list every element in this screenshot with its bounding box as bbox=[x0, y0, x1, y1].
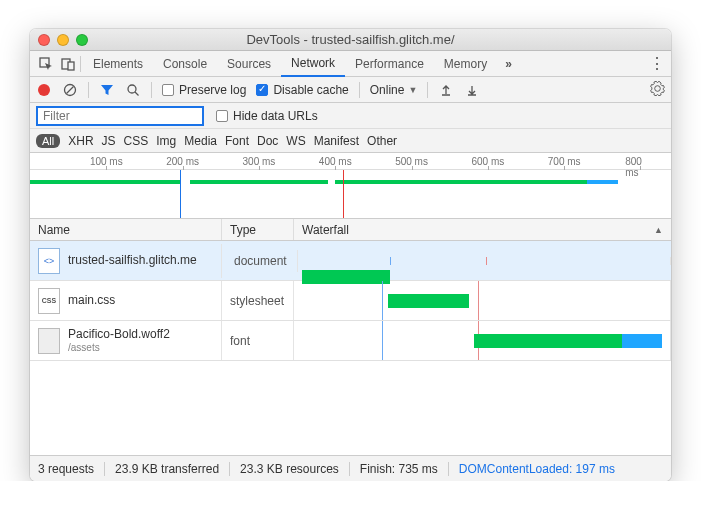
filter-type-ws[interactable]: WS bbox=[286, 134, 305, 148]
zoom-window-button[interactable] bbox=[76, 34, 88, 46]
tab-network[interactable]: Network bbox=[281, 51, 345, 77]
svg-rect-2 bbox=[68, 62, 74, 70]
filter-type-doc[interactable]: Doc bbox=[257, 134, 278, 148]
devtools-window: DevTools - trusted-sailfish.glitch.me/ E… bbox=[30, 29, 671, 481]
separator bbox=[349, 462, 350, 476]
overview-segment bbox=[587, 180, 618, 184]
upload-har-icon[interactable] bbox=[438, 82, 454, 98]
tab-elements[interactable]: Elements bbox=[83, 51, 153, 77]
disable-cache-checkbox[interactable]: Disable cache bbox=[256, 83, 348, 97]
doc-file-icon: <> bbox=[38, 248, 60, 274]
tab-performance[interactable]: Performance bbox=[345, 51, 434, 77]
filter-type-img[interactable]: Img bbox=[156, 134, 176, 148]
filter-type-js[interactable]: JS bbox=[102, 134, 116, 148]
request-type: font bbox=[222, 321, 294, 360]
timeline-ruler: 100 ms200 ms300 ms400 ms500 ms600 ms700 … bbox=[30, 153, 671, 170]
checkbox-icon bbox=[162, 84, 174, 96]
main-tabbar: ElementsConsoleSourcesNetworkPerformance… bbox=[30, 51, 671, 77]
filter-bar: Hide data URLs bbox=[30, 103, 671, 129]
column-name[interactable]: Name bbox=[30, 219, 222, 240]
separator bbox=[88, 82, 89, 98]
network-toolbar: Preserve log Disable cache Online ▼ bbox=[30, 77, 671, 103]
separator bbox=[427, 82, 428, 98]
preserve-log-checkbox[interactable]: Preserve log bbox=[162, 83, 246, 97]
hide-data-urls-checkbox[interactable]: Hide data URLs bbox=[216, 109, 318, 123]
request-path: /assets bbox=[68, 342, 170, 354]
inspect-element-icon[interactable] bbox=[36, 54, 56, 74]
separator bbox=[359, 82, 360, 98]
filter-type-css[interactable]: CSS bbox=[124, 134, 149, 148]
record-button[interactable] bbox=[36, 82, 52, 98]
request-type: document bbox=[226, 250, 298, 272]
column-waterfall[interactable]: Waterfall bbox=[294, 219, 671, 240]
throttle-select[interactable]: Online ▼ bbox=[370, 83, 418, 97]
css-file-icon: CSS bbox=[38, 288, 60, 314]
checkbox-icon bbox=[216, 110, 228, 122]
filter-type-media[interactable]: Media bbox=[184, 134, 217, 148]
table-header: Name Type Waterfall bbox=[30, 219, 671, 241]
window-controls bbox=[38, 34, 88, 46]
separator bbox=[151, 82, 152, 98]
waterfall-bar bbox=[622, 334, 662, 348]
more-menu-icon[interactable]: ⋮ bbox=[649, 54, 665, 73]
disable-cache-label: Disable cache bbox=[273, 83, 348, 97]
timeline-overview[interactable]: 100 ms200 ms300 ms400 ms500 ms600 ms700 … bbox=[30, 153, 671, 219]
status-resources: 23.3 KB resources bbox=[240, 462, 339, 476]
request-type: stylesheet bbox=[222, 281, 294, 320]
titlebar: DevTools - trusted-sailfish.glitch.me/ bbox=[30, 29, 671, 51]
tab-console[interactable]: Console bbox=[153, 51, 217, 77]
overview-segment bbox=[30, 180, 180, 184]
svg-line-6 bbox=[135, 92, 139, 96]
throttle-value: Online bbox=[370, 83, 405, 97]
table-body: <>trusted-sailfish.glitch.medocumentCSSm… bbox=[30, 241, 671, 455]
waterfall-bar bbox=[474, 334, 622, 348]
waterfall-cell bbox=[294, 281, 671, 320]
preserve-log-label: Preserve log bbox=[179, 83, 246, 97]
svg-line-4 bbox=[67, 86, 74, 93]
separator bbox=[229, 462, 230, 476]
window-title: DevTools - trusted-sailfish.glitch.me/ bbox=[30, 32, 671, 47]
timeline-overview-track bbox=[30, 170, 671, 218]
request-row[interactable]: Pacifico-Bold.woff2/assetsfont bbox=[30, 321, 671, 361]
settings-icon[interactable] bbox=[650, 81, 665, 99]
status-finish: Finish: 735 ms bbox=[360, 462, 438, 476]
filter-type-xhr[interactable]: XHR bbox=[68, 134, 93, 148]
filter-type-other[interactable]: Other bbox=[367, 134, 397, 148]
search-icon[interactable] bbox=[125, 82, 141, 98]
hide-data-urls-label: Hide data URLs bbox=[233, 109, 318, 123]
request-name: Pacifico-Bold.woff2 bbox=[68, 327, 170, 341]
overview-segment bbox=[190, 180, 327, 184]
tab-memory[interactable]: Memory bbox=[434, 51, 497, 77]
request-name: trusted-sailfish.glitch.me bbox=[68, 253, 197, 267]
request-name: main.css bbox=[68, 293, 115, 307]
waterfall-bar bbox=[388, 294, 469, 308]
request-row[interactable]: CSSmain.cssstylesheet bbox=[30, 281, 671, 321]
requests-table: Name Type Waterfall <>trusted-sailfish.g… bbox=[30, 219, 671, 455]
request-row[interactable]: <>trusted-sailfish.glitch.medocument bbox=[30, 241, 671, 281]
tabs-overflow-button[interactable]: » bbox=[505, 57, 512, 71]
status-bar: 3 requests 23.9 KB transferred 23.3 KB r… bbox=[30, 455, 671, 481]
column-type[interactable]: Type bbox=[222, 219, 294, 240]
filter-icon[interactable] bbox=[99, 82, 115, 98]
close-window-button[interactable] bbox=[38, 34, 50, 46]
filter-input[interactable] bbox=[36, 106, 204, 126]
device-toolbar-icon[interactable] bbox=[58, 54, 78, 74]
overview-segment bbox=[335, 180, 587, 184]
svg-point-5 bbox=[128, 85, 136, 93]
minimize-window-button[interactable] bbox=[57, 34, 69, 46]
chevron-down-icon: ▼ bbox=[408, 85, 417, 95]
separator bbox=[448, 462, 449, 476]
separator bbox=[80, 56, 81, 72]
waterfall-cell bbox=[302, 257, 671, 265]
tab-sources[interactable]: Sources bbox=[217, 51, 281, 77]
filter-type-all[interactable]: All bbox=[36, 134, 60, 148]
status-requests: 3 requests bbox=[38, 462, 94, 476]
checkbox-icon bbox=[256, 84, 268, 96]
waterfall-cell bbox=[294, 321, 671, 360]
filter-type-manifest[interactable]: Manifest bbox=[314, 134, 359, 148]
filter-type-font[interactable]: Font bbox=[225, 134, 249, 148]
clear-icon[interactable] bbox=[62, 82, 78, 98]
download-har-icon[interactable] bbox=[464, 82, 480, 98]
status-domcontentloaded: DOMContentLoaded: 197 ms bbox=[459, 462, 615, 476]
status-transferred: 23.9 KB transferred bbox=[115, 462, 219, 476]
